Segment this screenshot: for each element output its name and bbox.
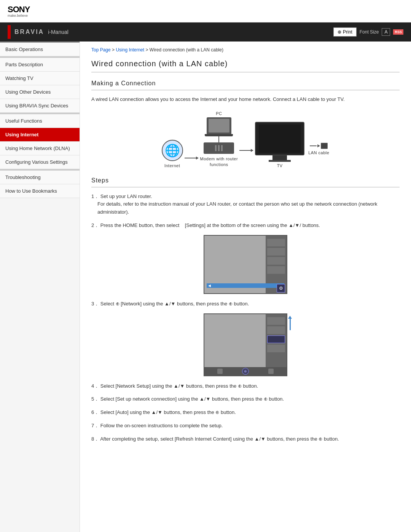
sidebar-item-using-bravia-sync[interactable]: Using BRAVIA Sync Devices <box>0 99 80 113</box>
content-area: Top Page > Using Internet > Wired connec… <box>80 42 411 532</box>
breadcrumb: Top Page > Using Internet > Wired connec… <box>91 47 400 53</box>
screenshot-1: ◀ ▶ ⚙ <box>204 235 287 294</box>
internet-item: 🌐 Internet <box>162 140 183 168</box>
step-2-number: 2． <box>91 222 99 228</box>
tv-label: TV <box>277 163 283 168</box>
step-5: 5． Select [Set up network connection] us… <box>91 395 400 403</box>
rss-badge: RSS <box>393 29 403 35</box>
sidebar-item-parts-description[interactable]: Parts Description <box>0 58 80 72</box>
internet-label: Internet <box>164 163 180 168</box>
step-6-number: 6． <box>91 409 99 415</box>
screenshot-1-wrapper: ◀ ▶ ⚙ <box>91 235 400 294</box>
tv-lan-area: TV LAN cable <box>255 122 329 168</box>
step-5-number: 5． <box>91 396 99 402</box>
step-8-text: After completing the setup, select [Refr… <box>100 436 339 442</box>
screenshot-2-wrapper: ⊕ <box>91 313 400 376</box>
imanual-label: i-Manual <box>48 29 68 35</box>
red-accent-bar <box>8 25 11 39</box>
main-layout: Basic Operations Parts Description Watch… <box>0 42 411 532</box>
tv-icon: TV <box>255 122 304 168</box>
sidebar-item-troubleshooting[interactable]: Troubleshooting <box>0 171 80 184</box>
network-diagram: 🌐 Internet PC <box>91 111 400 168</box>
section1-title: Making a Connection <box>91 80 400 90</box>
sidebar-item-watching-tv[interactable]: Watching TV <box>0 72 80 85</box>
print-icon: ⊕ <box>338 29 341 35</box>
step-1: 1． Set up your LAN router. For details, … <box>91 193 400 216</box>
modem-label: Modem with routerfunctions <box>200 156 238 168</box>
steps-list: 1． Set up your LAN router. For details, … <box>91 193 400 443</box>
lan-cable-label: LAN cable <box>308 150 329 155</box>
step-6-text: Select [Auto] using the ▲/▼ buttons, the… <box>100 409 236 415</box>
sony-tagline: make.believe <box>8 14 30 18</box>
sidebar-item-basic-operations[interactable]: Basic Operations <box>0 42 80 56</box>
breadcrumb-sep1: > <box>112 47 116 53</box>
sidebar-item-using-home-network[interactable]: Using Home Network (DLNA) <box>0 142 80 155</box>
step-3-text: Select ⊕ [Network] using the ▲/▼ buttons… <box>100 301 249 307</box>
sony-logo: SONY <box>8 5 30 14</box>
sidebar-item-using-internet[interactable]: Using Internet <box>0 128 80 142</box>
globe-icon: 🌐 <box>162 140 183 161</box>
step-1-detail: For details, refer to the instruction ma… <box>91 200 400 216</box>
step-4-text: Select [Network Setup] using the ▲/▼ but… <box>100 383 258 389</box>
header-right: ⊕ Print Font Size A RSS <box>333 27 403 37</box>
breadcrumb-top[interactable]: Top Page <box>91 47 111 53</box>
print-label: Print <box>343 29 352 35</box>
sidebar-item-using-other-devices[interactable]: Using Other Devices <box>0 85 80 99</box>
step-7-number: 7． <box>91 423 99 428</box>
steps-title: Steps <box>91 177 400 187</box>
screenshot-2: ⊕ <box>204 313 287 376</box>
top-bar: SONY make.believe <box>0 0 411 22</box>
header-bar: BRAVIA i-Manual ⊕ Print Font Size A RSS <box>0 22 411 42</box>
breadcrumb-using-internet[interactable]: Using Internet <box>116 47 144 53</box>
sidebar-item-bookmarks[interactable]: How to Use Bookmarks <box>0 184 80 198</box>
step-8-number: 8． <box>91 436 99 442</box>
step-2-text: Press the HOME button, then select [Sett… <box>100 222 320 228</box>
bravia-brand: BRAVIA <box>14 29 44 35</box>
step-3-number: 3． <box>91 301 99 307</box>
sidebar-item-configuring-various[interactable]: Configuring Various Settings <box>0 155 80 169</box>
sidebar: Basic Operations Parts Description Watch… <box>0 42 80 532</box>
font-size-a: A <box>382 28 390 36</box>
step-4: 4． Select [Network Setup] using the ▲/▼ … <box>91 382 400 390</box>
connector-2 <box>239 149 253 152</box>
step-4-number: 4． <box>91 383 99 389</box>
lan-cable-area: LAN cable <box>308 143 329 155</box>
sidebar-item-useful-functions[interactable]: Useful Functions <box>0 114 80 128</box>
breadcrumb-current: Wired connection (with a LAN cable) <box>150 47 223 53</box>
step-7-text: Follow the on-screen instructions to com… <box>100 423 223 428</box>
step-5-text: Select [Set up network connection] using… <box>100 396 284 402</box>
step-6: 6． Select [Auto] using the ▲/▼ buttons, … <box>91 409 400 417</box>
breadcrumb-sep2: > <box>145 47 149 53</box>
connector-1 <box>185 157 199 160</box>
step-8: 8． After completing the setup, select [R… <box>91 435 400 443</box>
laptop-icon <box>205 117 233 136</box>
step-7: 7． Follow the on-screen instructions to … <box>91 422 400 430</box>
modem-pc-column: PC Modem with <box>200 111 238 168</box>
page-title: Wired connection (with a LAN cable) <box>91 59 400 72</box>
font-size-label: Font Size <box>360 29 379 35</box>
step-2: 2． Press the HOME button, then select [S… <box>91 222 400 230</box>
step-1-number: 1． <box>91 193 99 199</box>
pc-label: PC <box>216 111 222 116</box>
step-1-text: Set up your LAN router. <box>100 193 152 199</box>
intro-text: A wired LAN connection allows you to acc… <box>91 96 400 104</box>
step-3: 3． Select ⊕ [Network] using the ▲/▼ butt… <box>91 300 400 308</box>
modem-icon <box>204 142 234 154</box>
print-button[interactable]: ⊕ Print <box>333 27 357 37</box>
